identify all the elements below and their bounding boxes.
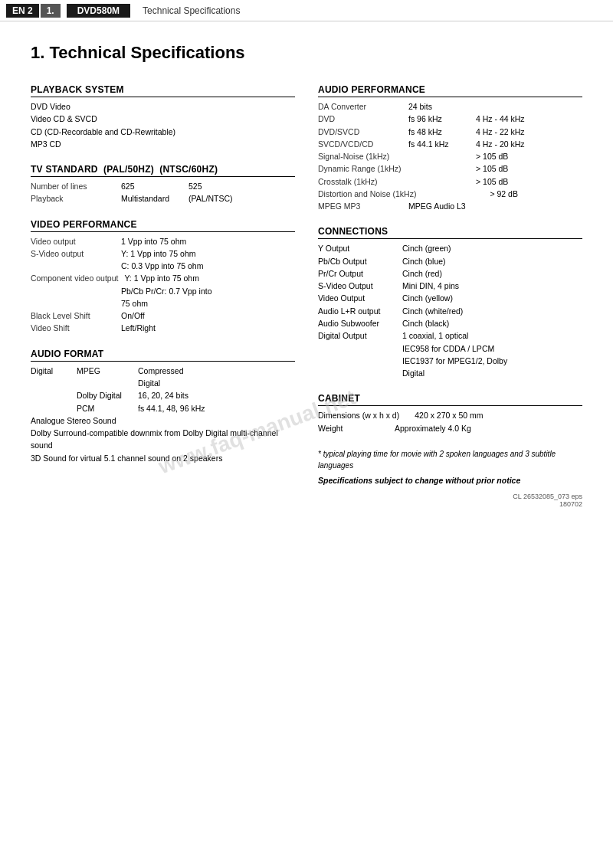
y-output-row: Y Output Cinch (green) (318, 242, 582, 254)
connections-section: CONNECTIONS Y Output Cinch (green) Pb/Cb… (318, 226, 582, 379)
svideo-c-value: C: 0.3 Vpp into 75 ohm (121, 260, 295, 272)
footer-note: * typical playing time for movie with 2 … (318, 448, 582, 471)
tv-lines-row: Number of lines 625 525 (31, 180, 295, 192)
digital-value: Digital (402, 367, 582, 379)
dynamic-range-value: > 105 dB (476, 162, 582, 175)
dvd-svcd-fs: fs 48 kHz (408, 126, 470, 138)
dvd-svcd-row: DVD/SVCD fs 48 kHz 4 Hz - 22 kHz (318, 126, 582, 138)
black-level-label: Black Level Shift (31, 310, 115, 322)
audio-dolby-downmix: Dolby Surround-compatible downmix from D… (31, 427, 295, 452)
crosstalk-row: Crosstalk (1kHz) > 105 dB (318, 175, 582, 188)
playback-item-2: Video CD & SVCD (31, 113, 295, 125)
dvd-fs: fs 96 kHz (408, 113, 470, 125)
weight-row: Weight Approximately 4.0 Kg (318, 422, 582, 434)
audio-pcm-row: PCM fs 44.1, 48, 96 kHz (31, 402, 295, 414)
da-converter-row: DA Converter 24 bits (318, 100, 582, 113)
audio-lr-value: Cinch (white/red) (402, 305, 582, 317)
svcd-vcd-cd-label: SVCD/VCD/CD (318, 138, 402, 150)
video-output-row: Video output 1 Vpp into 75 ohm (31, 235, 295, 247)
audio-lr-row: Audio L+R output Cinch (white/red) (318, 305, 582, 317)
header-num: 1. (41, 4, 61, 18)
audio-pcm-col1 (31, 402, 77, 414)
page-title: 1. Technical Specifications (31, 43, 582, 63)
dimensions-value: 420 x 270 x 50 mm (399, 409, 582, 421)
audio-pcm-label: PCM (77, 402, 138, 414)
header-bar: EN 2 1. DVD580M Technical Specifications (0, 0, 613, 21)
svideo-c-label (31, 260, 115, 272)
digital-output-row: Digital Output 1 coaxial, 1 optical (318, 329, 582, 342)
y-output-value: Cinch (green) (402, 242, 582, 254)
playback-item-1: DVD Video (31, 100, 295, 113)
tv-standard-title: TV STANDARD (PAL/50Hz) (NTSC/60Hz) (31, 164, 295, 177)
iec1937-label-empty (318, 355, 402, 367)
component-pb-row: Pb/Cb Pr/Cr: 0.7 Vpp into (31, 285, 295, 297)
svcd-vcd-cd-range: 4 Hz - 20 kHz (476, 138, 582, 150)
dimensions-label: Dimensions (w x h x d) (318, 409, 399, 421)
svideo-output-value: Mini DIN, 4 pins (402, 280, 582, 292)
audio-dolby-label: Dolby Digital (77, 389, 138, 401)
audio-digital-row2: Digital (31, 377, 295, 389)
pbcb-output-label: Pb/Cb Output (318, 255, 402, 267)
playback-title: PLAYBACK SYSTEM (31, 84, 295, 97)
prcr-output-row: Pr/Cr Output Cinch (red) (318, 267, 582, 280)
da-converter-label: DA Converter (318, 100, 402, 113)
iec958-label-empty (318, 342, 402, 355)
audio-3d: 3D Sound for virtual 5.1 channel sound o… (31, 452, 295, 464)
header-title: Technical Specifications (143, 5, 240, 16)
da-converter-v2 (476, 100, 582, 113)
two-column-layout: PLAYBACK SYSTEM DVD Video Video CD & SVC… (31, 84, 582, 508)
mpeg-mp3-value: MPEG Audio L3 (408, 200, 582, 212)
weight-label: Weight (318, 422, 379, 434)
audio-digital-row: Digital MPEG Compressed (31, 365, 295, 377)
iec958-value: IEC958 for CDDA / LPCM (402, 342, 582, 355)
iec1937-value: IEC1937 for MPEG1/2, Dolby (402, 355, 582, 367)
tv-playback-pal: Multistandard (121, 192, 182, 205)
component-pb-label (31, 285, 115, 297)
y-output-label: Y Output (318, 242, 402, 254)
svideo-output-label: S-Video Output (318, 280, 402, 292)
tv-lines-pal: 625 (121, 180, 182, 192)
component-row: Component video output Y: 1 Vpp into 75 … (31, 272, 295, 284)
component-label: Component video output (31, 272, 118, 284)
header-model: DVD580M (67, 4, 130, 18)
mpeg-mp3-row: MPEG MP3 MPEG Audio L3 (318, 200, 582, 212)
audio-format-title: AUDIO FORMAT (31, 349, 295, 362)
footer-code: CL 26532085_073 eps 180702 (318, 493, 582, 508)
audio-dolby-col1 (31, 389, 77, 401)
crosstalk-label: Crosstalk (1kHz) (318, 175, 402, 188)
dimensions-row: Dimensions (w x h x d) 420 x 270 x 50 mm (318, 409, 582, 421)
video-output-value: 1 Vpp into 75 ohm (121, 235, 295, 247)
cabinet-title: CABINET (318, 393, 582, 406)
da-converter-value: 24 bits (408, 100, 470, 113)
audio-digital-col1: Digital (31, 365, 77, 377)
cabinet-section: CABINET Dimensions (w x h x d) 420 x 270… (318, 393, 582, 434)
dvd-range: 4 Hz - 44 kHz (476, 113, 582, 125)
black-level-row: Black Level Shift On/Off (31, 310, 295, 322)
distortion-empty (422, 188, 484, 200)
digital-output-iec1937-row: IEC1937 for MPEG1/2, Dolby (318, 355, 582, 367)
audio-mpeg-col2: MPEG (77, 365, 138, 377)
audio-performance-title: AUDIO PERFORMANCE (318, 84, 582, 97)
signal-noise-row: Signal-Noise (1kHz) > 105 dB (318, 150, 582, 162)
svcd-vcd-cd-fs: fs 44.1 kHz (408, 138, 470, 150)
component-pb-value: Pb/Cb Pr/Cr: 0.7 Vpp into (121, 285, 295, 297)
dynamic-range-row: Dynamic Range (1kHz) > 105 dB (318, 162, 582, 175)
distortion-row: Distortion and Noise (1kHz) > 92 dB (318, 188, 582, 200)
video-shift-label: Video Shift (31, 322, 115, 334)
tv-lines-ntsc: 525 (188, 180, 295, 192)
mpeg-mp3-label: MPEG MP3 (318, 200, 402, 212)
footer-code2: 180702 (559, 500, 582, 508)
audio-dolby-bits: 16, 20, 24 bits (138, 389, 295, 401)
pbcb-output-value: Cinch (blue) (402, 255, 582, 267)
dynamic-range-label: Dynamic Range (1kHz) (318, 162, 402, 175)
audio-dolby-row: Dolby Digital 16, 20, 24 bits (31, 389, 295, 401)
digital-output-label: Digital Output (318, 329, 402, 342)
audio-pcm-value: fs 44.1, 48, 96 kHz (138, 402, 295, 414)
video-performance-title: VIDEO PERFORMANCE (31, 219, 295, 232)
audio-col1-empty (31, 377, 77, 389)
crosstalk-empty (408, 175, 470, 188)
dvd-row: DVD fs 96 kHz 4 Hz - 44 kHz (318, 113, 582, 125)
right-column: AUDIO PERFORMANCE DA Converter 24 bits D… (318, 84, 582, 508)
component-ohm-row: 75 ohm (31, 297, 295, 310)
video-output-conn-row: Video Output Cinch (yellow) (318, 292, 582, 304)
